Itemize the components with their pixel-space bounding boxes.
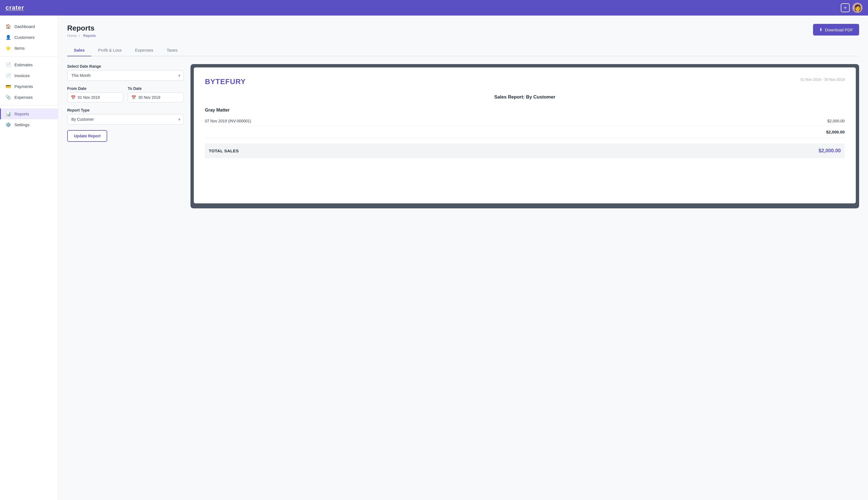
sidebar-item-expenses[interactable]: 📎 Expenses (0, 92, 58, 103)
sidebar-label-estimates: Estimates (14, 62, 33, 67)
customer-name: Gray Matter (205, 108, 845, 113)
subtotal-value: $2,000.00 (826, 129, 845, 134)
estimates-icon: 📄 (5, 62, 11, 67)
sidebar-divider-2 (0, 105, 58, 106)
invoice-row: 07 Nov 2019 (INV-000001) $2,000.00 (205, 116, 845, 126)
breadcrumb-current: Reports (83, 34, 96, 38)
from-date-input-wrapper: 📅 (67, 92, 123, 102)
sidebar-item-payments[interactable]: 💳 Payments (0, 81, 58, 92)
to-date-input[interactable] (138, 95, 180, 100)
main-content: Reports Home / Reports ⬇ Download PDF Sa… (58, 15, 868, 500)
sidebar-item-customers[interactable]: 👤 Customers (0, 32, 58, 43)
dashboard-icon: 🏠 (5, 24, 11, 29)
download-pdf-button[interactable]: ⬇ Download PDF (813, 24, 859, 35)
update-report-label: Update Report (74, 134, 101, 138)
to-date-calendar-icon: 📅 (131, 95, 136, 100)
invoices-icon: 📄 (5, 73, 11, 78)
sidebar-label-customers: Customers (14, 35, 35, 40)
breadcrumb-home[interactable]: Home (67, 34, 77, 38)
from-date-input[interactable] (78, 95, 120, 100)
report-controls: Select Date Range This Month Last Month … (67, 64, 184, 142)
sidebar-label-items: Items (14, 46, 25, 50)
tab-taxes[interactable]: Taxes (160, 44, 184, 56)
tab-taxes-label: Taxes (167, 48, 177, 53)
tab-profit-loss[interactable]: Profit & Loss (91, 44, 128, 56)
sidebar-item-items[interactable]: ⭐ Items (0, 43, 58, 54)
avatar-icon: 👩 (854, 4, 861, 11)
update-report-button[interactable]: Update Report (67, 130, 107, 142)
from-date-calendar-icon: 📅 (71, 95, 76, 100)
sidebar-label-settings: Settings (14, 122, 30, 127)
sidebar-label-dashboard: Dashboard (14, 24, 35, 29)
preview-date-range: 01 Nov 2019 - 30 Nov 2019 (801, 77, 845, 82)
total-sales-label: TOTAL SALES (209, 148, 239, 153)
report-type-control: Report Type By Customer By Item ▾ (67, 108, 184, 125)
sidebar: 🏠 Dashboard 👤 Customers ⭐ Items 📄 Estima… (0, 15, 58, 500)
report-type-select-wrapper: By Customer By Item ▾ (67, 114, 184, 125)
page-header-left: Reports Home / Reports (67, 24, 97, 38)
items-icon: ⭐ (5, 46, 11, 51)
report-title: Sales Report: By Customer (205, 94, 845, 100)
topnav-right: + 👩 (841, 3, 863, 13)
sidebar-item-estimates[interactable]: 📄 Estimates (0, 59, 58, 70)
to-date-field: To Date 📅 (128, 86, 184, 102)
company-name: BYTEFURY (205, 77, 246, 86)
sidebar-top-section: 🏠 Dashboard 👤 Customers ⭐ Items (0, 21, 58, 54)
report-type-label: Report Type (67, 108, 184, 112)
sidebar-item-dashboard[interactable]: 🏠 Dashboard (0, 21, 58, 32)
breadcrumb: Home / Reports (67, 34, 97, 38)
total-sales-row: TOTAL SALES $2,000.00 (205, 144, 845, 158)
avatar[interactable]: 👩 (853, 3, 863, 13)
sidebar-middle-section: 📄 Estimates 📄 Invoices 💳 Payments 📎 Expe… (0, 59, 58, 103)
settings-icon: ⚙️ (5, 122, 11, 127)
invoice-date-id: 07 Nov 2019 (INV-000001) (205, 119, 251, 123)
plus-icon: + (844, 5, 847, 11)
from-date-field: From Date 📅 (67, 86, 123, 102)
tab-expenses-label: Expenses (135, 48, 153, 53)
sidebar-item-settings[interactable]: ⚙️ Settings (0, 119, 58, 130)
from-date-label: From Date (67, 86, 123, 91)
add-button[interactable]: + (841, 3, 850, 12)
sidebar-item-invoices[interactable]: 📄 Invoices (0, 70, 58, 81)
app-logo[interactable]: crater (5, 4, 24, 11)
sidebar-label-invoices: Invoices (14, 73, 30, 78)
tab-sales[interactable]: Sales (67, 44, 91, 56)
sidebar-label-payments: Payments (14, 84, 33, 89)
breadcrumb-separator: / (79, 34, 81, 38)
date-range-select-wrapper: This Month Last Month This Quarter This … (67, 70, 184, 81)
sidebar-divider-1 (0, 56, 58, 57)
to-date-label: To Date (128, 86, 184, 91)
customers-icon: 👤 (5, 35, 11, 40)
top-navigation: crater + 👩 (0, 0, 868, 15)
date-row: From Date 📅 To Date 📅 (67, 86, 184, 102)
invoice-amount: $2,000.00 (827, 119, 845, 123)
sidebar-bottom-section: 📊 Reports ⚙️ Settings (0, 109, 58, 130)
tab-profit-loss-label: Profit & Loss (98, 48, 122, 53)
main-layout: 🏠 Dashboard 👤 Customers ⭐ Items 📄 Estima… (0, 15, 868, 500)
report-preview-section: BYTEFURY 01 Nov 2019 - 30 Nov 2019 Sales… (190, 64, 859, 208)
invoice-subtotal: $2,000.00 (205, 126, 845, 138)
date-range-label: Select Date Range (67, 64, 184, 69)
avatar-image: 👩 (853, 3, 863, 13)
report-preview: BYTEFURY 01 Nov 2019 - 30 Nov 2019 Sales… (194, 67, 856, 203)
sidebar-label-expenses: Expenses (14, 95, 33, 100)
report-layout: Select Date Range This Month Last Month … (67, 64, 859, 208)
preview-header: BYTEFURY 01 Nov 2019 - 30 Nov 2019 (205, 77, 845, 86)
sidebar-item-reports[interactable]: 📊 Reports (0, 109, 58, 119)
sidebar-label-reports: Reports (14, 112, 29, 116)
total-sales-value: $2,000.00 (819, 148, 841, 154)
report-controls-panel: Select Date Range This Month Last Month … (67, 64, 184, 142)
download-btn-label: Download PDF (825, 27, 853, 32)
page-header: Reports Home / Reports ⬇ Download PDF (67, 24, 859, 38)
logo-text: crater (5, 4, 24, 11)
tab-sales-label: Sales (74, 48, 85, 53)
date-range-select[interactable]: This Month Last Month This Quarter This … (67, 70, 184, 81)
download-icon: ⬇ (819, 27, 823, 32)
to-date-input-wrapper: 📅 (128, 92, 184, 102)
reports-icon: 📊 (5, 111, 11, 116)
report-type-select[interactable]: By Customer By Item (67, 114, 184, 125)
tab-expenses[interactable]: Expenses (128, 44, 160, 56)
date-range-control: Select Date Range This Month Last Month … (67, 64, 184, 81)
report-tabs: Sales Profit & Loss Expenses Taxes (67, 44, 859, 56)
payments-icon: 💳 (5, 84, 11, 89)
